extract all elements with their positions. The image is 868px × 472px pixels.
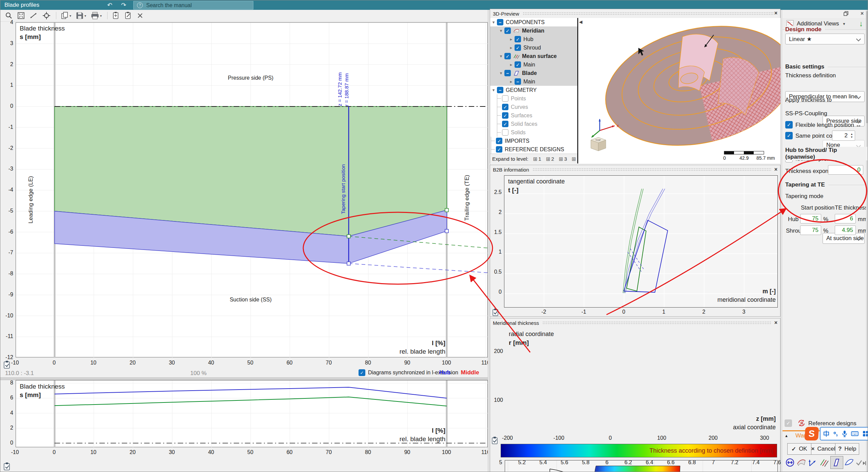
curve-handle[interactable] — [445, 209, 448, 212]
checkbox-partial-icon[interactable] — [497, 87, 503, 93]
checkbox-partial-icon[interactable] — [504, 70, 511, 76]
tree-item-surfaces[interactable]: Surfaces — [490, 111, 577, 120]
expand-level-2-button[interactable]: ⊞2 — [546, 156, 554, 162]
chevron-right-icon[interactable]: ▸ — [508, 79, 515, 84]
ime-punct-icon[interactable] — [833, 430, 838, 437]
chevron-down-icon[interactable]: ▾ — [498, 71, 504, 76]
horizontal-splitter[interactable] — [0, 377, 488, 380]
tree-item-imports[interactable]: IMPORTS — [490, 137, 577, 145]
checkbox-unchecked-icon[interactable] — [502, 129, 508, 136]
blade-shape-icon[interactable] — [844, 457, 854, 468]
checkbox-checked-icon[interactable] — [496, 138, 502, 144]
mean-line-edit-icon[interactable] — [807, 457, 818, 468]
curve-handle[interactable] — [445, 229, 448, 233]
ime-lang-icon[interactable] — [823, 430, 830, 437]
ime-keyboard-icon[interactable] — [851, 430, 859, 437]
close-icon[interactable]: × — [774, 166, 777, 173]
chevron-right-icon[interactable]: ▸ — [508, 45, 515, 50]
checkbox-checked-icon[interactable] — [515, 44, 521, 51]
design-mode-dropdown[interactable]: Linear ★ — [785, 34, 865, 44]
checkbox-partial-icon[interactable] — [497, 19, 503, 25]
apply-skip-icon[interactable] — [855, 457, 867, 468]
checkbox-checked-icon[interactable] — [502, 104, 508, 110]
close-icon[interactable]: × — [861, 11, 864, 17]
copy-icon[interactable]: ▾ — [61, 12, 71, 20]
chevron-down-icon[interactable]: ▾ — [490, 20, 497, 25]
expand-level-3-button[interactable]: ⊞3 — [559, 156, 567, 162]
help-button[interactable]: ?Help — [835, 444, 859, 454]
tree-item-shroud[interactable]: ▸Shroud — [490, 43, 577, 52]
tree-item-hub[interactable]: ▸Hub — [490, 35, 577, 43]
tree-item-components[interactable]: ▾COMPONENTS — [490, 18, 577, 26]
clear-icon[interactable] — [137, 12, 143, 19]
stepper-arrows-icon[interactable]: ▲▼ — [850, 133, 855, 139]
ime-mic-icon[interactable] — [842, 430, 847, 437]
measure-icon[interactable] — [30, 12, 38, 19]
same-point-count-stepper[interactable]: 2 ▲▼ — [832, 131, 855, 141]
reference-designs-checkbox[interactable] — [785, 419, 792, 427]
collapse-tree-button[interactable]: ◀ — [579, 19, 582, 24]
checkbox-checked-icon[interactable] — [504, 53, 511, 59]
hub-te-thickness-field[interactable]: 6 — [835, 214, 856, 223]
same-point-count-checkbox[interactable] — [785, 132, 793, 139]
expand-level-1-button[interactable]: ⊞1 — [533, 156, 541, 162]
apply-to-all-icon[interactable] — [492, 308, 499, 316]
blade-profiles-icon-selected[interactable] — [830, 456, 843, 469]
collapse-warning-icon[interactable]: ▲ — [785, 434, 788, 438]
checkbox-checked-icon[interactable] — [502, 112, 508, 119]
mean-surfaces-icon[interactable] — [819, 457, 830, 468]
span-extent-icon[interactable] — [785, 457, 795, 468]
tree-item-points[interactable]: Points — [490, 94, 577, 103]
apply-to-all-icon[interactable] — [3, 462, 11, 471]
thickness-exponent-field[interactable]: 0 — [828, 165, 863, 175]
main-thickness-plot[interactable] — [16, 22, 488, 357]
redo-icon[interactable]: ↷ — [121, 1, 126, 9]
close-icon[interactable]: × — [774, 10, 777, 16]
hub-start-position-field[interactable]: 75 — [800, 214, 821, 223]
checkbox-checked-icon[interactable] — [496, 146, 502, 153]
tree-item-curves[interactable]: Curves — [490, 103, 577, 111]
zoom-icon[interactable] — [5, 12, 13, 19]
sync-checkbox[interactable] — [359, 369, 365, 376]
ime-toolbar[interactable]: S — [805, 427, 868, 440]
checkbox-checked-icon[interactable] — [515, 61, 521, 68]
checkbox-unchecked-icon[interactable] — [502, 95, 508, 102]
save-icon[interactable]: ▾ — [76, 12, 86, 19]
curve-handle[interactable] — [347, 235, 350, 238]
scrollbar-thumb[interactable] — [866, 11, 868, 123]
ime-toolbox-icon[interactable] — [862, 430, 868, 437]
cancel-button[interactable]: ×Cancel — [811, 444, 836, 454]
scrollbar[interactable] — [866, 10, 868, 472]
checkbox-partial-icon[interactable] — [515, 78, 521, 85]
ok-button[interactable]: ✓OK — [788, 444, 811, 454]
tree-item-mean-surface[interactable]: ▾Mean surface — [490, 52, 577, 60]
chevron-down-icon[interactable]: ▾ — [498, 54, 504, 59]
shroud-te-thickness-field[interactable]: 4.95 — [835, 225, 856, 235]
chevron-right-icon[interactable]: ▸ — [508, 62, 515, 67]
tree-item-solids[interactable]: Solids — [490, 128, 577, 137]
b2b-panel-header[interactable]: B2B information × — [490, 165, 780, 174]
print-icon[interactable]: ▾ — [91, 12, 102, 19]
tree-item-reference-designs[interactable]: REFERENCE DESIGNS — [490, 145, 577, 154]
chevron-right-icon[interactable]: ▸ — [508, 37, 515, 42]
chevron-down-icon[interactable]: ▾ — [490, 87, 497, 93]
apply-to-all-icon[interactable] — [491, 436, 499, 445]
dock-arrow-icon[interactable]: ↓ — [859, 19, 863, 28]
nav-cube-icon[interactable]: TOP — [591, 137, 606, 151]
preview-panel-header[interactable]: 3D-Preview — [490, 9, 780, 18]
apply-to-all-icon[interactable] — [3, 360, 11, 369]
meridional-panel-header[interactable]: Meridional thickness × — [490, 318, 780, 327]
tree-item-solid-faces[interactable]: Solid faces — [490, 120, 577, 128]
tree-item-geometry[interactable]: ▾GEOMETRY — [490, 86, 577, 94]
tree-item-blade-main[interactable]: ▸Main — [490, 77, 577, 86]
checkbox-checked-icon[interactable] — [515, 36, 521, 42]
curve-handle[interactable] — [347, 262, 350, 265]
flexible-length-checkbox[interactable] — [785, 121, 793, 129]
shroud-start-position-field[interactable]: 75 — [800, 225, 821, 235]
tree-item-blade[interactable]: ▾Blade — [490, 69, 577, 77]
checkbox-checked-icon[interactable] — [502, 121, 508, 127]
preview-3d-viewport[interactable]: x TOP 0 42.9 85.7 mm — [577, 18, 780, 163]
close-icon[interactable]: × — [774, 320, 777, 326]
ime-logo[interactable]: S — [805, 427, 819, 440]
chevron-down-icon[interactable]: ▼ — [842, 22, 846, 26]
